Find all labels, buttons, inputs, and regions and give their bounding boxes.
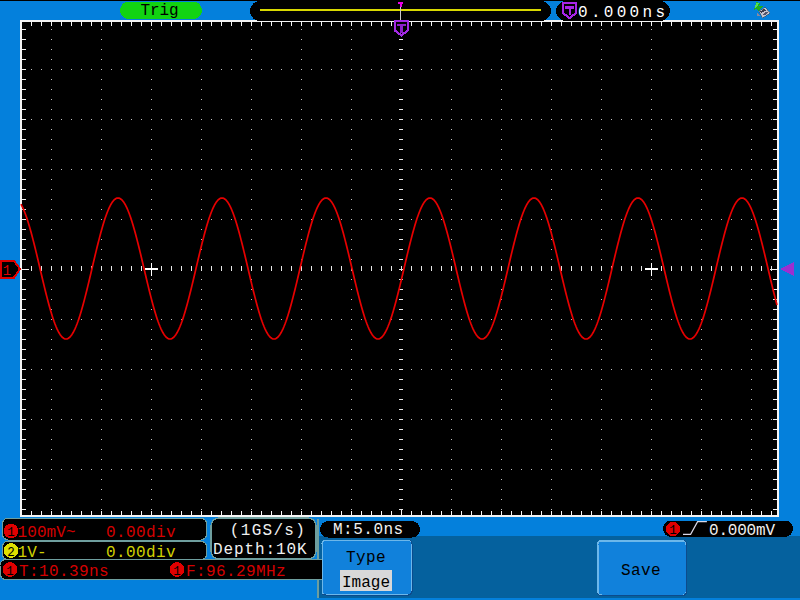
svg-text:Depth:10K: Depth:10K — [213, 541, 308, 559]
svg-text:0.00div: 0.00div — [106, 544, 176, 562]
svg-text:1: 1 — [6, 565, 14, 579]
svg-text:0.000ns: 0.000ns — [578, 4, 668, 22]
svg-text:1: 1 — [669, 524, 677, 538]
svg-text:Image: Image — [342, 574, 390, 592]
svg-text:1: 1 — [173, 565, 181, 579]
svg-text:Trig: Trig — [140, 2, 178, 20]
svg-text:M:5.0ns: M:5.0ns — [333, 521, 404, 539]
svg-text:0.000mV: 0.000mV — [709, 522, 775, 540]
svg-text:100mV~: 100mV~ — [18, 524, 76, 542]
svg-text:F:96.29MHz: F:96.29MHz — [186, 563, 286, 581]
svg-text:(1GS/s): (1GS/s) — [230, 522, 306, 540]
svg-text:0.00div: 0.00div — [106, 524, 176, 542]
svg-text:T:10.39ns: T:10.39ns — [19, 563, 109, 581]
svg-text:1: 1 — [7, 526, 15, 540]
svg-text:Save: Save — [621, 562, 661, 580]
svg-text:1: 1 — [3, 263, 11, 279]
svg-text:Type: Type — [346, 549, 386, 567]
svg-text:1V-: 1V- — [18, 544, 47, 562]
svg-text:2: 2 — [7, 546, 15, 560]
